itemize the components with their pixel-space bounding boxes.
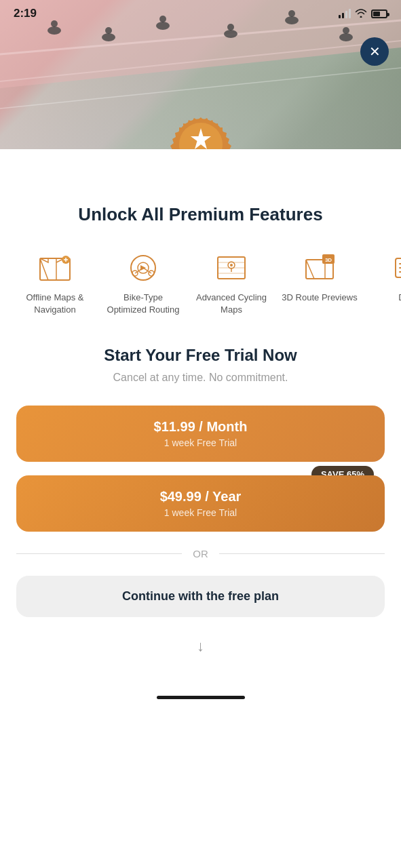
svg-point-36 bbox=[230, 264, 233, 267]
premium-badge bbox=[167, 109, 235, 149]
wifi-icon bbox=[355, 8, 367, 20]
main-content: Unlock All Premium Features Offline Maps… bbox=[0, 149, 401, 689]
svg-point-10 bbox=[224, 30, 237, 38]
or-text: OR bbox=[193, 548, 208, 559]
or-divider: OR bbox=[0, 548, 401, 559]
features-row: Offline Maps & Navigation Bike-Type Opti… bbox=[0, 251, 401, 316]
monthly-price: $11.99 / Month bbox=[30, 419, 371, 435]
details-icon bbox=[387, 251, 401, 285]
3d-route-label: 3D Route Previews bbox=[282, 292, 357, 304]
pricing-section: Start Your Free Trial Now Cancel at any … bbox=[0, 346, 401, 532]
cycling-maps-label: Advanced Cycling Maps bbox=[193, 292, 270, 316]
svg-text:3D: 3D bbox=[325, 257, 332, 263]
feature-offline-maps: Offline Maps & Navigation bbox=[11, 251, 99, 316]
close-icon: ✕ bbox=[369, 45, 381, 58]
down-arrow-icon: ↓ bbox=[197, 637, 204, 655]
battery-icon bbox=[371, 9, 387, 18]
details-label: De... bbox=[398, 292, 401, 304]
monthly-trial: 1 week Free Trial bbox=[30, 437, 371, 448]
svg-point-11 bbox=[227, 24, 234, 31]
status-time: 2:19 bbox=[14, 7, 37, 20]
yearly-plan-container: SAVE 65% $49.99 / Year 1 week Free Trial bbox=[16, 475, 385, 532]
feature-3d-route: 3D 3D Route Previews bbox=[275, 251, 364, 316]
svg-line-38 bbox=[306, 260, 314, 279]
down-arrow-container: ↓ bbox=[0, 637, 401, 655]
feature-details: De... bbox=[364, 251, 401, 316]
home-indicator bbox=[0, 689, 401, 705]
home-bar bbox=[157, 696, 245, 699]
or-line-left bbox=[16, 553, 182, 554]
close-button[interactable]: ✕ bbox=[360, 37, 389, 66]
page-title: Unlock All Premium Features bbox=[0, 203, 401, 226]
feature-cycling-maps: Advanced Cycling Maps bbox=[187, 251, 275, 316]
svg-point-15 bbox=[343, 27, 349, 34]
pricing-title: Start Your Free Trial Now bbox=[16, 346, 385, 365]
cycling-maps-icon bbox=[211, 251, 252, 285]
3d-route-icon: 3D bbox=[299, 251, 340, 285]
offline-maps-icon bbox=[35, 251, 75, 285]
yearly-price: $49.99 / Year bbox=[30, 489, 371, 505]
signal-icon bbox=[339, 9, 351, 18]
yearly-plan-button[interactable]: $49.99 / Year 1 week Free Trial bbox=[16, 475, 385, 532]
pricing-subtitle: Cancel at any time. No commitment. bbox=[16, 372, 385, 384]
or-line-right bbox=[219, 553, 385, 554]
yearly-trial: 1 week Free Trial bbox=[30, 507, 371, 518]
bike-routing-icon bbox=[123, 251, 164, 285]
status-icons bbox=[339, 8, 387, 20]
svg-point-4 bbox=[47, 26, 61, 35]
status-bar: 2:19 bbox=[0, 0, 401, 24]
bike-routing-label: Bike-Type Optimized Routing bbox=[104, 292, 182, 316]
svg-point-14 bbox=[339, 33, 353, 41]
free-plan-label: Continue with the free plan bbox=[122, 589, 279, 603]
feature-bike-routing: Bike-Type Optimized Routing bbox=[99, 251, 187, 316]
monthly-plan-button[interactable]: $11.99 / Month 1 week Free Trial bbox=[16, 406, 385, 462]
svg-point-6 bbox=[102, 33, 115, 41]
svg-point-7 bbox=[105, 27, 112, 34]
free-plan-button[interactable]: Continue with the free plan bbox=[16, 576, 385, 617]
premium-badge-container bbox=[167, 109, 235, 149]
offline-maps-label: Offline Maps & Navigation bbox=[16, 292, 94, 316]
